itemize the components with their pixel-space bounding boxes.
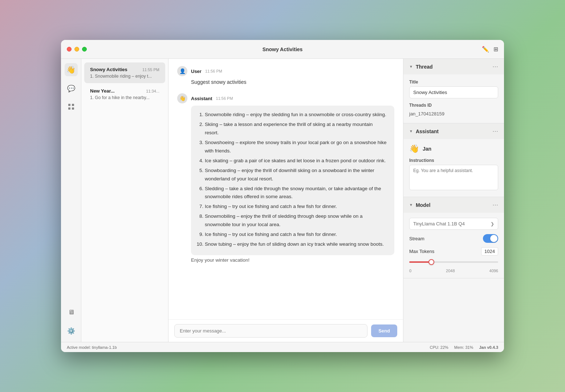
send-button[interactable]: Send bbox=[371, 324, 397, 337]
sidebar-icons: 👋 💬 🖥 ⚙️ bbox=[61, 59, 81, 342]
maximize-button[interactable] bbox=[82, 47, 87, 52]
list-item: Snowmobiling – enjoy the thrill of sledd… bbox=[205, 212, 388, 229]
slider-track bbox=[409, 261, 498, 263]
list-item: Skiing – take a lesson and experience th… bbox=[205, 121, 388, 137]
title-bar: Snowy Activities ✏️ ⊞ bbox=[61, 40, 504, 59]
chat-input-area: Send bbox=[168, 319, 403, 342]
list-item: Sledding – take a sled ride through the … bbox=[205, 185, 388, 201]
instructions-label: Instructions bbox=[409, 158, 498, 163]
message-header: 👤 User 11:56 PM bbox=[177, 66, 394, 76]
title-label: Title bbox=[409, 79, 498, 85]
thread-section-title: Thread bbox=[416, 64, 492, 70]
main-content: 👋 💬 🖥 ⚙️ bbox=[61, 59, 504, 342]
chevron-down-icon: ▼ bbox=[409, 65, 413, 69]
more-options-icon[interactable]: ⋯ bbox=[492, 128, 498, 135]
thread-item-time: 11:34... bbox=[146, 89, 159, 93]
window-title: Snowy Activities bbox=[263, 46, 303, 52]
assistant-row: 👋 Jan bbox=[409, 144, 498, 154]
message-assistant: 👋 Assistant 11:56 PM Snowmobile riding –… bbox=[177, 93, 394, 263]
avatar: 👋 bbox=[177, 93, 187, 103]
svg-rect-3 bbox=[72, 107, 74, 110]
list-item: Ice skating – grab a pair of ice skates … bbox=[205, 157, 388, 165]
slider-labels: 0 2048 4096 bbox=[409, 269, 498, 273]
close-button[interactable] bbox=[67, 47, 72, 52]
chat-input[interactable] bbox=[174, 324, 367, 338]
settings-icon: ⚙️ bbox=[67, 327, 75, 335]
message-sender: Assistant bbox=[191, 96, 212, 101]
message-body: Suggest snowy activities bbox=[191, 78, 394, 86]
list-item: Snowshoeing – explore the snowy trails i… bbox=[205, 139, 388, 155]
stream-row: Stream bbox=[409, 234, 498, 243]
avatar: 👤 bbox=[177, 66, 187, 76]
assistant-section: ▼ Assistant ⋯ 👋 Jan Instructions bbox=[403, 123, 504, 197]
thread-item-header: Snowy Activities 11:55 PM bbox=[90, 67, 159, 72]
status-bar-right: CPU: 22% Mem: 31% Jan v0.4.3 bbox=[430, 345, 498, 350]
sidebar-item-monitor[interactable]: 🖥 bbox=[65, 306, 78, 319]
model-section-header[interactable]: ▼ Model ⋯ bbox=[403, 197, 504, 213]
thread-list: Snowy Activities 11:55 PM 1. Snowmobile … bbox=[81, 59, 168, 342]
slider-mid-label: 2048 bbox=[446, 269, 455, 273]
list-item: Snow tubing – enjoy the fun of sliding d… bbox=[205, 240, 388, 249]
thread-item[interactable]: New Year... 11:34... 1. Go for a hike in… bbox=[84, 84, 165, 105]
title-value: Snowy Activities bbox=[409, 86, 498, 98]
instructions-textarea[interactable] bbox=[409, 165, 498, 190]
slider-thumb[interactable] bbox=[428, 259, 434, 265]
model-selector[interactable]: TinyLlama Chat 1.1B Q4 ❯ bbox=[409, 218, 498, 230]
right-panel: ▼ Thread ⋯ Title Snowy Activities Thread… bbox=[403, 59, 504, 342]
stream-label: Stream bbox=[409, 236, 424, 241]
sidebar-item-wave[interactable]: 👋 bbox=[65, 63, 78, 76]
sidebar-item-grid[interactable] bbox=[65, 101, 78, 114]
message-sender: User bbox=[191, 69, 202, 74]
max-tokens-value: 1024 bbox=[481, 247, 498, 256]
sidebar-toggle-icon[interactable]: ⊞ bbox=[493, 46, 498, 53]
chevron-down-icon: ▼ bbox=[409, 203, 413, 207]
more-options-icon[interactable]: ⋯ bbox=[492, 63, 498, 70]
assistant-section-title: Assistant bbox=[416, 128, 492, 134]
instructions-field: Instructions bbox=[409, 158, 498, 192]
thread-item-title: New Year... bbox=[90, 88, 115, 94]
thread-section-header[interactable]: ▼ Thread ⋯ bbox=[403, 59, 504, 74]
max-tokens-header: Max Tokens 1024 bbox=[409, 247, 498, 256]
threads-id-field: Threads ID jan_1704128159 bbox=[409, 103, 498, 118]
model-section-title: Model bbox=[416, 202, 492, 208]
assistant-section-header[interactable]: ▼ Assistant ⋯ bbox=[403, 123, 504, 139]
chat-area: 👤 User 11:56 PM Suggest snowy activities… bbox=[168, 59, 403, 342]
sidebar-item-settings[interactable]: ⚙️ bbox=[65, 324, 78, 338]
message-time: 11:56 PM bbox=[216, 96, 233, 101]
thread-item[interactable]: Snowy Activities 11:55 PM 1. Snowmobile … bbox=[84, 62, 165, 83]
thread-item-title: Snowy Activities bbox=[90, 67, 127, 72]
slider-fill bbox=[409, 261, 431, 263]
assistant-section-content: 👋 Jan Instructions bbox=[403, 139, 504, 197]
max-tokens-row: Max Tokens 1024 0 2048 4096 bbox=[409, 247, 498, 273]
sidebar-item-chat[interactable]: 💬 bbox=[65, 82, 78, 95]
message-user: 👤 User 11:56 PM Suggest snowy activities bbox=[177, 66, 394, 86]
list-item: Ice fishing – try out ice fishing and ca… bbox=[205, 230, 388, 239]
svg-rect-0 bbox=[68, 104, 70, 106]
assistant-bubble: Snowmobile riding – enjoy the sledding f… bbox=[191, 106, 394, 255]
chevron-down-icon: ▼ bbox=[409, 129, 413, 133]
minimize-button[interactable] bbox=[74, 47, 79, 52]
stream-toggle[interactable] bbox=[483, 234, 498, 243]
thread-section-content: Title Snowy Activities Threads ID jan_17… bbox=[403, 74, 504, 123]
svg-rect-1 bbox=[72, 104, 74, 106]
more-options-icon[interactable]: ⋯ bbox=[492, 201, 498, 208]
list-item: Snowmobile riding – enjoy the sledding f… bbox=[205, 111, 388, 119]
grid-icon bbox=[68, 103, 74, 112]
app-window: Snowy Activities ✏️ ⊞ 👋 💬 bbox=[61, 40, 504, 352]
max-tokens-label: Max Tokens bbox=[409, 249, 434, 254]
thread-item-header: New Year... 11:34... bbox=[90, 88, 159, 94]
active-model-label: Active model: tinyllama-1.1b bbox=[67, 345, 117, 350]
compose-icon[interactable]: ✏️ bbox=[482, 46, 489, 53]
title-bar-actions: ✏️ ⊞ bbox=[482, 46, 498, 53]
model-section-content: TinyLlama Chat 1.1B Q4 ❯ Stream Max Toke… bbox=[403, 213, 504, 278]
activity-list: Snowmobile riding – enjoy the sledding f… bbox=[198, 111, 388, 249]
assistant-name: Jan bbox=[423, 146, 431, 152]
model-section: ▼ Model ⋯ TinyLlama Chat 1.1B Q4 ❯ Strea… bbox=[403, 197, 504, 278]
monitor-icon: 🖥 bbox=[68, 309, 74, 316]
chevron-right-icon: ❯ bbox=[491, 221, 494, 226]
thread-item-preview: 1. Go for a hike in the nearby... bbox=[90, 95, 159, 100]
message-header: 👋 Assistant 11:56 PM bbox=[177, 93, 394, 103]
app-version: Jan v0.4.3 bbox=[479, 345, 498, 350]
status-bar: Active model: tinyllama-1.1b CPU: 22% Me… bbox=[61, 342, 504, 352]
max-tokens-slider[interactable] bbox=[409, 258, 498, 266]
